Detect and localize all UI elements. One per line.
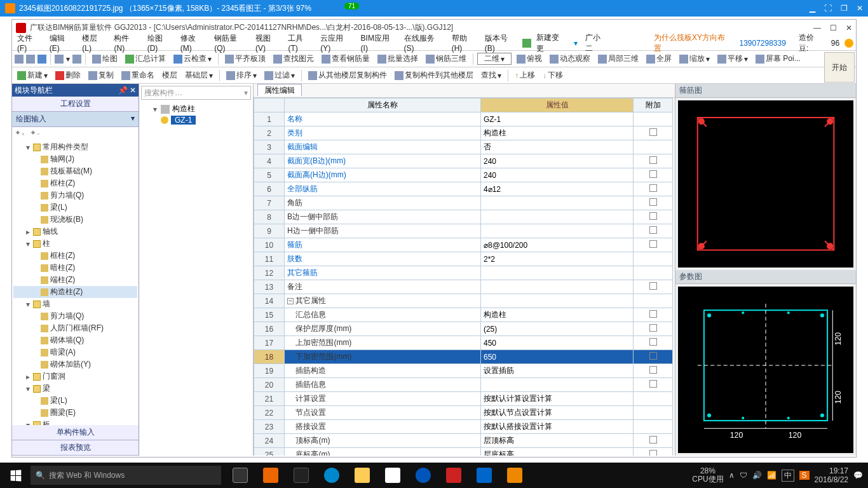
tb2-copyfrom[interactable]: 从其他楼层复制构件 — [306, 69, 390, 81]
redo-icon[interactable] — [72, 55, 81, 64]
tb-top[interactable]: 俯视 — [514, 53, 545, 65]
prop-row[interactable]: 1名称GZ-1 — [254, 112, 673, 126]
tree-item[interactable]: 梁(L) — [13, 201, 137, 214]
nav-sect-settings[interactable]: 工程设置 — [12, 97, 139, 112]
tb2-copy[interactable]: 复制 — [86, 69, 116, 81]
tree-item[interactable]: 轴网(J) — [13, 153, 137, 165]
tree-item[interactable]: 暗梁(A) — [13, 346, 137, 358]
tb-sum[interactable]: 汇总计算 — [123, 53, 168, 65]
prop-row[interactable]: 6全部纵筋4⌀12 — [254, 182, 673, 196]
taskbar-clock[interactable]: 19:172016/8/22 — [815, 466, 848, 485]
property-table[interactable]: 属性名称属性值附加 1名称GZ-12类别构造柱3截面编辑否4截面宽(B边)(mm… — [254, 98, 673, 456]
prop-row[interactable]: 3截面编辑否 — [254, 140, 673, 154]
nav-pin-icon[interactable]: 📌 — [118, 86, 128, 95]
tree-item[interactable]: ▾常用构件类型 — [13, 141, 137, 153]
iv-full-icon[interactable]: ⛶ — [824, 4, 832, 13]
tb-orbit[interactable]: 动态观察 — [547, 53, 593, 65]
prop-row[interactable]: 7角筋 — [254, 196, 673, 210]
open-icon[interactable] — [26, 55, 35, 64]
tb-app-explorer[interactable] — [348, 463, 376, 488]
tree-item[interactable]: 砌体加筋(Y) — [13, 358, 137, 370]
tree-item[interactable]: ▸轴线 — [13, 226, 137, 238]
tb2-sort[interactable]: 排序▾ — [224, 69, 259, 81]
tray-ime-icon[interactable]: 中 — [782, 470, 794, 482]
tb-app-5[interactable] — [470, 463, 498, 488]
prop-row[interactable]: 4截面宽(B边)(mm)240 — [254, 154, 673, 168]
tb-app-store[interactable] — [379, 463, 407, 488]
tree-item[interactable]: ▾墙 — [13, 298, 137, 310]
tb-2d[interactable]: 二维▾ — [477, 53, 512, 65]
nt-icon[interactable]: ✦₋ — [30, 128, 40, 139]
iv-close-icon[interactable]: ✕ — [857, 4, 863, 13]
tb-pan[interactable]: 平移▾ — [715, 53, 750, 65]
tb-app-edge[interactable] — [318, 463, 346, 488]
prop-row[interactable]: 17 上加密范围(mm)450 — [254, 336, 673, 350]
nav-close-icon[interactable]: ✕ — [130, 86, 136, 95]
tb-find[interactable]: 查找图元 — [271, 53, 316, 65]
nav-sect-report[interactable]: 报表预览 — [12, 440, 139, 456]
prop-row[interactable]: 23 搭接设置按默认搭接设置计算 — [254, 420, 673, 434]
nav-tree[interactable]: ▾常用构件类型轴网(J)筏板基础(M)框柱(Z)剪力墙(Q)梁(L)现浇板(B)… — [12, 140, 139, 425]
new-icon[interactable] — [15, 55, 24, 64]
tb-flat[interactable]: 平齐板顶 — [222, 53, 268, 65]
tb-rebar[interactable]: 查看钢筋量 — [319, 53, 372, 65]
prop-row[interactable]: 2类别构造柱 — [254, 126, 673, 140]
tree-item[interactable]: 人防门框墙(RF) — [13, 322, 137, 334]
component-tree[interactable]: ▾构造柱 GZ-1 — [139, 102, 253, 456]
tb2-floor[interactable]: 楼层 — [159, 69, 180, 81]
tree-item[interactable]: 梁(L) — [13, 395, 137, 407]
tb2-base[interactable]: 基础层▾ — [182, 69, 215, 81]
tree-item[interactable]: 剪力墙(Q) — [13, 189, 137, 201]
tb-app-6[interactable] — [501, 463, 529, 488]
tree-item[interactable]: 圈梁(E) — [13, 407, 137, 419]
tree-item[interactable]: 砌体墙(Q) — [13, 334, 137, 346]
undo-icon[interactable] — [55, 55, 64, 64]
iv-min-icon[interactable]: ▁ — [810, 4, 815, 13]
tb-app-3[interactable] — [409, 463, 437, 488]
prop-row[interactable]: 24 顶标高(m)层顶标高 — [254, 434, 673, 448]
tree-item[interactable]: 端柱(Z) — [13, 274, 137, 286]
start-button[interactable]: 开始 — [824, 52, 855, 83]
tb-point[interactable]: 屏幕 Poi... — [753, 53, 803, 65]
prop-row[interactable]: 15 汇总信息构造柱 — [254, 308, 673, 322]
prop-row[interactable]: 19 插筋构造设置插筋 — [254, 364, 673, 378]
iv-restore-icon[interactable]: ❐ — [841, 4, 848, 13]
prop-tab[interactable]: 属性编辑 — [257, 84, 302, 96]
prop-row[interactable]: 25 底标高(m)层底标高 — [254, 448, 673, 456]
tray-sogou-icon[interactable]: S — [799, 471, 810, 480]
tb2-down[interactable]: ↓下移 — [540, 69, 566, 81]
tb-app-1[interactable] — [257, 463, 285, 488]
prop-row[interactable]: 20 插筋信息 — [254, 378, 673, 392]
nt-icon[interactable]: ✦₊ — [15, 128, 25, 139]
tb-app-4[interactable] — [440, 463, 468, 488]
tb-full[interactable]: 全屏 — [644, 53, 674, 65]
tb-app-2[interactable] — [287, 463, 315, 488]
tray-notif-icon[interactable]: 💬 — [853, 471, 863, 480]
tb-batch[interactable]: 批量选择 — [375, 53, 421, 65]
tree-item[interactable]: 现浇板(B) — [13, 214, 137, 226]
tree-item[interactable]: 构造柱(Z) — [13, 286, 137, 298]
tb-cloud[interactable]: 云检查▾ — [171, 53, 214, 65]
tb2-new[interactable]: 新建▾ — [15, 69, 50, 81]
tree-item[interactable]: ▸门窗洞 — [13, 370, 137, 383]
prop-row[interactable]: 16 保护层厚度(mm)(25) — [254, 322, 673, 336]
tree-item[interactable]: 筏板基础(M) — [13, 165, 137, 177]
tray-shield-icon[interactable]: 🛡 — [740, 471, 747, 480]
prop-row[interactable]: 5截面高(H边)(mm)240 — [254, 168, 673, 182]
tree-item[interactable]: ▾梁 — [13, 383, 137, 395]
prop-row[interactable]: 12其它箍筋 — [254, 266, 673, 280]
tb2-copyto[interactable]: 复制构件到其他楼层 — [392, 69, 476, 81]
tree-item[interactable]: 框柱(Z) — [13, 177, 137, 189]
tree-item[interactable]: 暗柱(Z) — [13, 262, 137, 274]
tray-net-icon[interactable]: 📶 — [767, 471, 776, 480]
prop-row[interactable]: 18 下加密范围(mm)650 — [254, 350, 673, 364]
tb-draw[interactable]: 绘图 — [90, 53, 120, 65]
tb2-up[interactable]: ↑上移 — [512, 69, 538, 81]
tb2-find[interactable]: 查找▾ — [478, 69, 504, 81]
nav-sect-single[interactable]: 单构件输入 — [12, 425, 139, 440]
tb-app-taskview[interactable] — [226, 463, 254, 488]
tree-item[interactable]: 剪力墙(Q) — [13, 310, 137, 322]
win-close-icon[interactable]: ✕ — [846, 24, 852, 32]
tray-volume-icon[interactable]: 🔊 — [752, 471, 762, 480]
save-icon[interactable] — [37, 55, 46, 64]
